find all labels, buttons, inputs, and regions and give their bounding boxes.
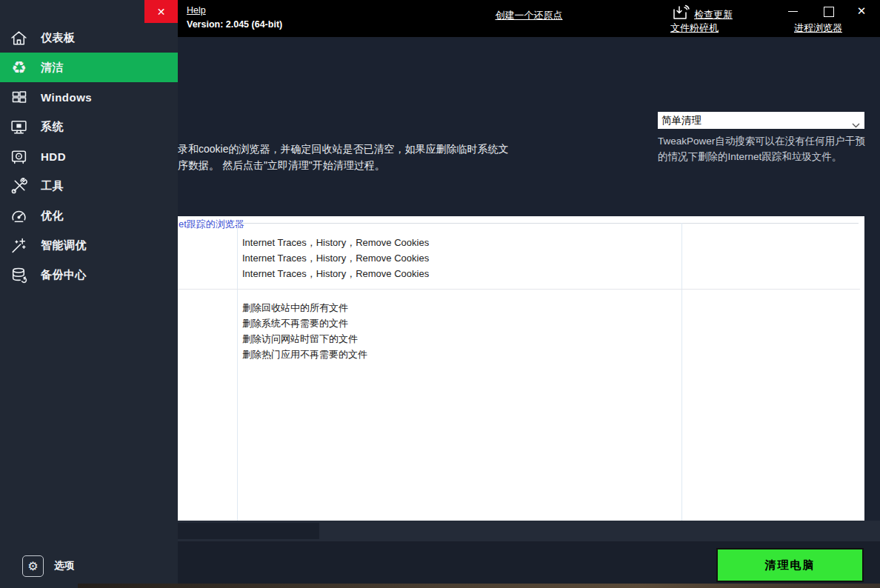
create-restore-point-link[interactable]: 创建一个还原点 [496,9,563,22]
app-window: Help Version: 2.045 (64-bit) 创建一个还原点 检查更… [0,0,880,588]
sidebar-nav: 仪表板 ♻ 清洁 Windows 系统 [0,23,178,290]
windows-icon [9,87,29,107]
sidebar-item-label: 优化 [41,209,64,223]
browser-traces-group-header: et跟踪的浏览器 [179,218,244,231]
column-divider [237,223,238,521]
main-content: 录和cookie的浏览器，并确定回收站是否已清空，如果应删除临时系统文 序数据。… [178,37,880,584]
scan-row[interactable]: 删除热门应用不再需要的文件 [242,347,367,362]
sidebar-item-label: HDD [41,150,66,163]
progress-area [178,523,319,539]
hdd-icon [9,147,29,167]
gear-icon: ⚙ [22,555,44,577]
scan-results-panel: et跟踪的浏览器 Internet Traces，History，Remove … [178,216,864,521]
sidebar-item-backup-center[interactable]: 备份中心 [0,260,178,290]
scan-row[interactable]: Internet Traces，History，Remove Cookies [242,235,429,250]
sidebar-close-button[interactable]: ✕ [144,0,178,23]
desktop-background-sliver [78,584,880,588]
group-separator-rule [178,289,860,290]
sidebar-item-label: 系统 [41,120,64,134]
titlebar: Help Version: 2.045 (64-bit) 创建一个还原点 检查更… [178,0,880,37]
scan-row[interactable]: 删除回收站中的所有文件 [242,300,367,315]
scan-row[interactable]: Internet Traces，History，Remove Cookies [242,266,429,281]
magic-wand-icon [9,235,29,255]
close-icon[interactable]: ✕ [853,3,870,19]
sidebar-item-label: Windows [41,91,92,104]
monitor-icon [9,117,29,137]
system-cleanup-rows: 删除回收站中的所有文件 删除系统不再需要的文件 删除访问网站时留下的文件 删除热… [242,300,367,362]
file-shredder-link[interactable]: 文件粉碎机 [670,21,719,35]
maximize-icon[interactable] [821,3,837,19]
sidebar-item-tools[interactable]: 工具 [0,171,178,201]
column-divider [681,223,682,521]
group-header-rule [241,223,859,224]
process-browser-link[interactable]: 进程浏览器 [794,21,842,35]
backup-icon [9,265,29,285]
sidebar-item-clean[interactable]: ♻ 清洁 [0,53,178,82]
sidebar-item-windows[interactable]: Windows [0,82,178,112]
minimize-icon[interactable] [785,3,801,19]
scan-row[interactable]: Internet Traces，History，Remove Cookies [242,250,429,266]
sidebar-item-dashboard[interactable]: 仪表板 [0,23,178,53]
scan-row[interactable]: 删除系统不再需要的文件 [242,315,367,331]
clean-computer-button[interactable]: 清理电脑 [716,548,864,582]
browser-traces-rows: Internet Traces，History，Remove Cookies I… [242,235,429,281]
options-label: 选项 [54,559,74,572]
sidebar-item-label: 工具 [41,179,64,193]
sidebar-item-smart-tune[interactable]: 智能调优 [0,230,178,260]
help-link[interactable]: Help [187,5,206,16]
clean-mode-select[interactable]: 简单清理 [658,112,864,129]
chevron-down-icon [852,118,860,131]
sidebar-item-label: 备份中心 [41,268,87,282]
sidebar-item-label: 智能调优 [41,238,87,253]
status-strip [178,521,880,541]
scan-row[interactable]: 删除访问网站时留下的文件 [242,331,367,347]
check-update-link[interactable]: 检查更新 [694,8,733,21]
sidebar: 仪表板 ♻ 清洁 Windows 系统 [0,0,178,588]
clean-mode-description: TweakPower自动搜索可以在没有任何用户干预的情况下删除的Internet… [658,133,873,164]
home-icon [9,28,29,48]
close-x-icon: ✕ [157,6,166,18]
sidebar-item-system[interactable]: 系统 [0,112,178,141]
clean-intro-text: 录和cookie的浏览器，并确定回收站是否已清空，如果应删除临时系统文 序数据。… [178,141,533,173]
sidebar-item-label: 清洁 [41,61,64,75]
speedometer-icon [9,206,29,226]
sidebar-item-hdd[interactable]: HDD [0,141,178,171]
recycle-icon: ♻ [9,58,29,78]
sidebar-item-optimize[interactable]: 优化 [0,201,178,230]
sidebar-item-options[interactable]: ⚙ 选项 [0,551,178,581]
bottom-bar: 清理电脑 [178,541,880,584]
tools-icon [9,176,29,196]
clean-mode-value: 简单清理 [661,114,701,127]
sidebar-item-label: 仪表板 [41,31,76,45]
version-text: Version: 2.045 (64-bit) [187,19,282,30]
